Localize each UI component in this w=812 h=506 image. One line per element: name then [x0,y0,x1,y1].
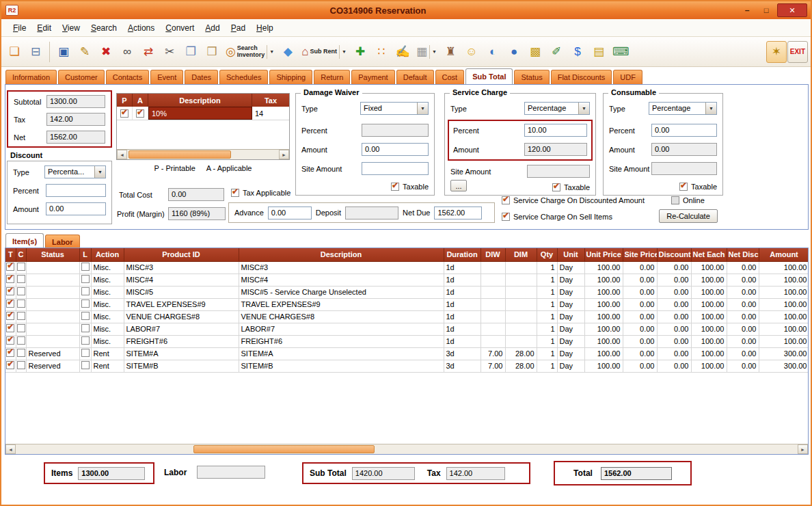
scroll-left-icon[interactable] [5,444,16,454]
cell-site-price[interactable]: 0.00 [623,335,657,347]
table-row[interactable]: ReservedRentSITEM#ASITEM#A3d7.0028.001Da… [5,347,809,360]
cell-unit[interactable]: Day [557,261,584,274]
col-header-status[interactable]: Status [26,248,79,261]
cell-net-each[interactable]: 100.00 [691,323,727,335]
cell-c[interactable] [16,286,26,298]
tab-event[interactable]: Event [150,70,183,84]
cell-qty[interactable]: 1 [537,323,557,335]
search-inventory-button[interactable]: ◎Search Inventory▼ [223,41,277,63]
cell-amount[interactable]: 100.00 [759,261,809,274]
chevron-down-icon[interactable] [417,103,428,114]
tab-item-s[interactable]: Item(s) [5,233,44,248]
cell-qty[interactable]: 1 [537,310,557,323]
cell-dim[interactable] [505,298,537,310]
cell-discount[interactable]: 0.00 [657,335,691,347]
col-header-diw[interactable]: DIW [481,248,505,261]
table-row[interactable]: ReservedRentSITEM#BSITEM#B3d7.0028.001Da… [5,360,809,372]
sc-on-sell-checkbox[interactable] [502,213,510,221]
table-row[interactable]: Misc.MISC#3MISC#31d1Day100.000.000.00100… [5,261,809,274]
cell-dim[interactable] [505,286,537,298]
menu-file[interactable]: File [8,21,31,35]
convert-button[interactable]: ⇄ [138,41,159,63]
cell-product-id[interactable]: TRAVEL EXPENSES#9 [124,298,239,310]
cell-dim[interactable] [505,323,537,335]
cell-unit-price[interactable]: 100.00 [584,286,623,298]
tab-contacts[interactable]: Contacts [106,70,149,84]
money-button[interactable]: ▤ [588,41,609,63]
l-checkbox[interactable] [81,312,90,320]
printable-checkbox[interactable] [120,109,128,118]
menu-help[interactable]: Help [251,21,279,35]
company-button[interactable]: ♜ [440,41,461,63]
l-checkbox[interactable] [81,324,90,332]
cell-qty[interactable]: 1 [537,274,557,286]
cell-description[interactable]: MISC#5 - Service Charge Unselected [239,286,444,298]
l-checkbox[interactable] [81,287,90,295]
c-checkbox[interactable] [17,349,25,357]
t-checkbox[interactable] [6,324,14,332]
c-checkbox[interactable] [17,324,25,332]
cell-c[interactable] [16,335,26,347]
damage-waiver-amount-input[interactable]: 0.00 [362,143,429,156]
calendar-button[interactable]: ▦▼ [414,41,439,63]
t-checkbox[interactable] [6,263,14,271]
cell-net-each[interactable]: 100.00 [691,347,727,360]
cell-product-id[interactable]: VENUE CHARGES#8 [124,310,239,323]
cell-amount[interactable]: 100.00 [759,310,809,323]
l-checkbox[interactable] [81,275,90,283]
cut-button[interactable]: ✂ [159,41,180,63]
menu-edit[interactable]: Edit [31,21,57,35]
cell-unit[interactable]: Day [557,360,584,372]
items-scrollbar-thumb[interactable] [193,445,375,453]
cell-site-price[interactable]: 0.00 [623,310,657,323]
t-checkbox[interactable] [6,287,14,295]
cell-action[interactable]: Misc. [91,298,124,310]
col-header-action[interactable]: Action [91,248,124,261]
c-checkbox[interactable] [17,287,25,295]
cell-net-each[interactable]: 100.00 [691,261,727,274]
cell-status[interactable] [26,310,79,323]
sc-on-discounted-row[interactable]: Service Charge On Discounted Amount [502,196,645,205]
tab-default[interactable]: Default [396,70,434,84]
cell-discount[interactable]: 0.00 [657,261,691,274]
cell-unit-price[interactable]: 100.00 [584,347,623,360]
cell-description[interactable]: MISC#3 [239,261,444,274]
cell-duration[interactable]: 3d [444,347,481,360]
cell-net-each[interactable]: 100.00 [691,310,727,323]
cell-c[interactable] [16,360,26,372]
cell-product-id[interactable]: LABOR#7 [124,323,239,335]
c-checkbox[interactable] [17,361,25,369]
cell-diw[interactable] [481,286,505,298]
cell-unit-price[interactable]: 100.00 [584,261,623,274]
tab-return[interactable]: Return [314,70,350,84]
scroll-right-icon[interactable] [798,444,808,454]
cell-action[interactable]: Misc. [91,335,124,347]
col-header-product-id[interactable]: Product ID [124,248,239,261]
cell-status[interactable] [26,286,79,298]
l-checkbox[interactable] [81,349,90,357]
col-header-dim[interactable]: DIM [505,248,537,261]
cell-status[interactable]: Reserved [26,347,79,360]
cell-product-id[interactable]: SITEM#B [124,360,239,372]
cell-duration[interactable]: 3d [444,360,481,372]
cell-duration[interactable]: 1d [444,310,481,323]
sc-on-sell-row[interactable]: Service Charge On Sell Items [502,212,612,222]
online-checkbox[interactable] [671,196,679,204]
cell-diw[interactable] [481,261,505,274]
online-row[interactable]: Online [671,196,705,205]
t-checkbox[interactable] [6,275,14,283]
col-header-amount[interactable]: Amount [759,248,809,261]
menu-pad[interactable]: Pad [226,21,251,35]
cell-duration[interactable]: 1d [444,261,481,274]
cell-diw[interactable]: 7.00 [481,347,505,360]
wand-button[interactable]: ✶ [766,41,787,63]
cell-qty[interactable]: 1 [537,335,557,347]
minimize-button[interactable] [737,3,757,17]
cell-amount[interactable]: 300.00 [759,347,809,360]
cell-action[interactable]: Misc. [91,286,124,298]
cell-site-price[interactable]: 0.00 [623,347,657,360]
cell-t[interactable] [5,310,16,323]
cell-t[interactable] [5,347,16,360]
cell-qty[interactable]: 1 [537,347,557,360]
cell-amount[interactable]: 100.00 [759,298,809,310]
